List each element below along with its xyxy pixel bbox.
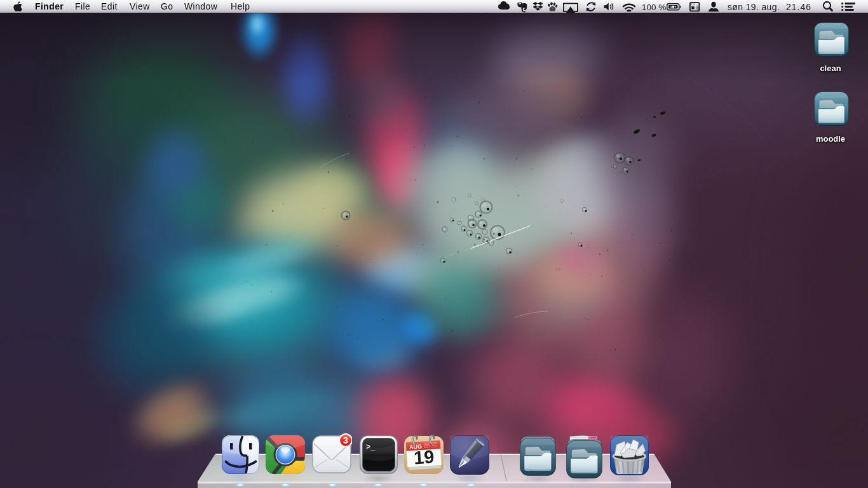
svg-text:søn 19. aug.: søn 19. aug. bbox=[728, 2, 780, 12]
svg-text:21.46: 21.46 bbox=[786, 2, 811, 12]
svg-text:3: 3 bbox=[343, 435, 348, 445]
svg-text:19: 19 bbox=[413, 447, 435, 468]
svg-text:100 %: 100 % bbox=[642, 3, 666, 12]
svg-text:>_: >_ bbox=[366, 443, 376, 452]
